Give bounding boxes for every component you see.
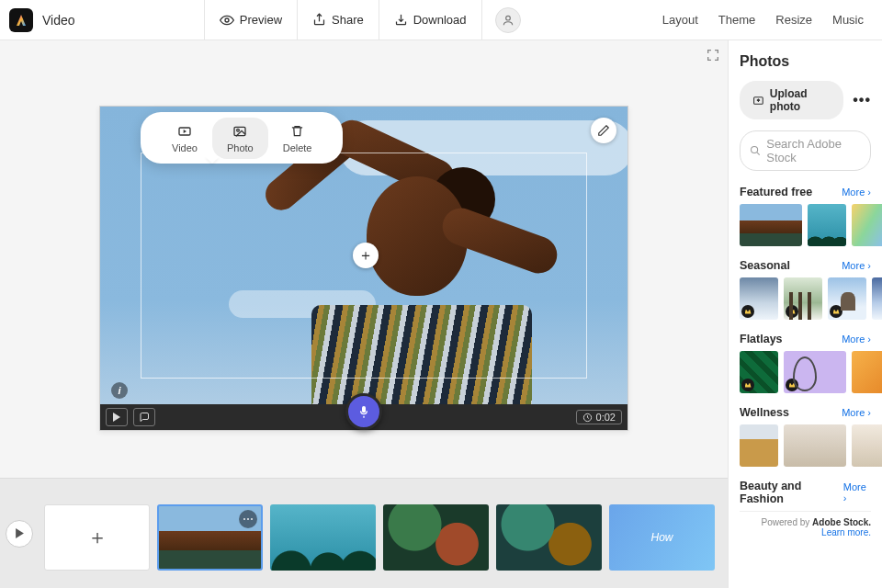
- popover-photo-option[interactable]: Photo: [212, 118, 268, 159]
- share-button[interactable]: Share: [297, 0, 379, 40]
- photos-panel: Photos Upload photo ••• Search Adobe Sto…: [728, 40, 882, 588]
- add-element-button[interactable]: ＋: [353, 243, 379, 268]
- fullscreen-button[interactable]: [706, 48, 720, 62]
- section-flatlays-label: Flatlays: [740, 333, 783, 345]
- timeline-clip-1[interactable]: ⋯ 1: [157, 504, 263, 571]
- timeline-play-button[interactable]: [6, 520, 33, 548]
- eye-icon: [220, 13, 234, 28]
- add-clip-button[interactable]: ＋: [44, 504, 150, 571]
- stock-thumb[interactable]: [852, 204, 882, 246]
- video-stage[interactable]: ＋ i Video Photo Delete: [99, 106, 628, 431]
- premium-badge-icon: [741, 305, 754, 318]
- record-voiceover-button[interactable]: [345, 393, 382, 430]
- account-button[interactable]: [495, 7, 521, 33]
- stock-thumb[interactable]: [872, 277, 882, 320]
- project-title[interactable]: Video: [42, 13, 75, 28]
- play-icon: [112, 413, 121, 422]
- section-wellness-label: Wellness: [740, 406, 789, 419]
- person-icon: [502, 14, 514, 27]
- preview-button[interactable]: Preview: [204, 0, 297, 40]
- section-beauty-more[interactable]: More ›: [843, 481, 871, 503]
- svg-rect-3: [234, 127, 245, 135]
- timeline: ＋ ⋯ 1 2 3 4 How5: [0, 478, 728, 588]
- learn-more-link[interactable]: Learn more.: [821, 527, 871, 537]
- trash-icon: [290, 124, 304, 138]
- app-logo[interactable]: [9, 8, 33, 32]
- panel-more-button[interactable]: •••: [853, 92, 871, 108]
- timeline-clip-2[interactable]: 2: [270, 504, 376, 571]
- timeline-clip-3[interactable]: 3: [383, 504, 489, 571]
- section-seasonal-label: Seasonal: [740, 259, 790, 272]
- search-icon: [750, 144, 761, 157]
- section-flatlays-more[interactable]: More ›: [842, 334, 871, 345]
- media-type-popover: Video Photo Delete: [141, 112, 343, 164]
- section-featured-label: Featured free: [740, 186, 812, 198]
- share-icon: [312, 13, 326, 27]
- stock-thumb[interactable]: [740, 424, 778, 467]
- premium-badge-icon: [786, 379, 798, 391]
- stock-thumb[interactable]: [852, 351, 882, 393]
- theme-link[interactable]: Theme: [718, 13, 755, 27]
- top-right-links: Layout Theme Resize Music: [662, 13, 873, 27]
- stock-thumb[interactable]: [852, 424, 882, 467]
- play-button[interactable]: [106, 408, 128, 426]
- stock-thumb[interactable]: [740, 351, 778, 393]
- edit-photo-button[interactable]: [591, 118, 616, 143]
- video-icon: [177, 124, 192, 139]
- layout-link[interactable]: Layout: [662, 13, 698, 27]
- info-badge[interactable]: i: [111, 382, 128, 399]
- stock-thumb[interactable]: [784, 424, 846, 467]
- stock-thumb[interactable]: [784, 277, 822, 320]
- svg-point-4: [237, 129, 240, 131]
- timeline-clip-5[interactable]: How5: [609, 504, 715, 571]
- premium-badge-icon: [830, 305, 842, 318]
- stock-thumb[interactable]: [784, 351, 846, 393]
- caption-button[interactable]: [133, 408, 155, 426]
- clock-icon: [582, 413, 593, 423]
- stock-thumb[interactable]: [808, 204, 846, 246]
- play-icon: [15, 528, 25, 538]
- fullscreen-icon: [706, 48, 720, 62]
- premium-badge-icon: [786, 305, 798, 318]
- stock-search-input[interactable]: Search Adobe Stock: [740, 130, 871, 171]
- svg-point-8: [752, 146, 758, 153]
- music-link[interactable]: Music: [832, 13, 864, 27]
- premium-badge-icon: [741, 379, 754, 391]
- upload-icon: [752, 94, 764, 107]
- speech-bubble-icon: [139, 412, 150, 423]
- clip-duration[interactable]: 0:02: [576, 410, 622, 424]
- stock-thumb[interactable]: [828, 277, 866, 320]
- top-center-actions: Preview Share Download: [204, 0, 482, 40]
- svg-point-0: [225, 18, 229, 22]
- stage-control-bar: 0:02: [100, 404, 628, 430]
- section-wellness-more[interactable]: More ›: [842, 407, 871, 418]
- download-button[interactable]: Download: [379, 0, 482, 40]
- upload-photo-button[interactable]: Upload photo: [740, 81, 843, 119]
- search-placeholder: Search Adobe Stock: [766, 137, 861, 164]
- panel-footer: Powered by Adobe Stock. Learn more.: [740, 511, 871, 537]
- pencil-icon: [597, 124, 610, 137]
- top-bar: Video Preview Share Download Layout Them…: [0, 0, 882, 40]
- clip-options-button[interactable]: ⋯: [239, 510, 257, 528]
- popover-delete-option[interactable]: Delete: [268, 123, 327, 153]
- stock-thumb[interactable]: [740, 204, 802, 246]
- svg-point-1: [505, 16, 510, 20]
- section-seasonal-more[interactable]: More ›: [842, 260, 871, 271]
- panel-title: Photos: [740, 53, 871, 70]
- stock-thumb[interactable]: [740, 277, 778, 320]
- canvas-area: ＋ i Video Photo Delete: [0, 40, 728, 588]
- download-icon: [394, 13, 408, 27]
- timeline-clip-4[interactable]: 4: [496, 504, 602, 571]
- section-beauty-label: Beauty and Fashion: [740, 480, 843, 505]
- photo-icon: [232, 124, 247, 139]
- svg-rect-5: [362, 406, 366, 413]
- section-featured-more[interactable]: More ›: [842, 187, 871, 198]
- microphone-icon: [356, 404, 371, 419]
- popover-video-option[interactable]: Video: [157, 123, 212, 153]
- resize-link[interactable]: Resize: [775, 13, 812, 27]
